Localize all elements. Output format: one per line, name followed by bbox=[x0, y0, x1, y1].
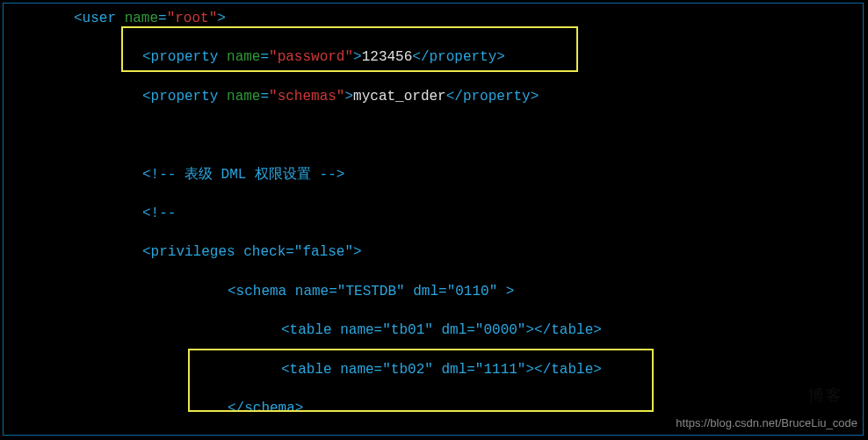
user1-prop-password: <property name="password">123456</proper… bbox=[4, 47, 863, 67]
blank-line bbox=[4, 126, 863, 145]
privileges-open: <privileges check="false"> bbox=[4, 242, 863, 262]
table-row-1: <table name="tb01" dml="0000"></table> bbox=[4, 321, 863, 340]
code-viewer: <user name="root"> <property name="passw… bbox=[3, 3, 864, 436]
watermark: https://blog.csdn.net/BruceLiu_code bbox=[676, 415, 857, 431]
user1-open: <user name="root"> bbox=[4, 9, 863, 28]
table-row-2: <table name="tb02" dml="1111"></table> bbox=[4, 360, 863, 379]
schema-open: <schema name="TESTDB" dml="0110" > bbox=[4, 282, 863, 301]
comment-dml: <!-- 表级 DML 权限设置 --> bbox=[4, 165, 863, 184]
user1-prop-schemas: <property name="schemas">mycat_order</pr… bbox=[4, 87, 863, 106]
xml-code: <user name="root"> <property name="passw… bbox=[4, 9, 863, 440]
comment-open: <!-- bbox=[4, 204, 863, 223]
watermark-faint: 博客 bbox=[808, 385, 843, 407]
